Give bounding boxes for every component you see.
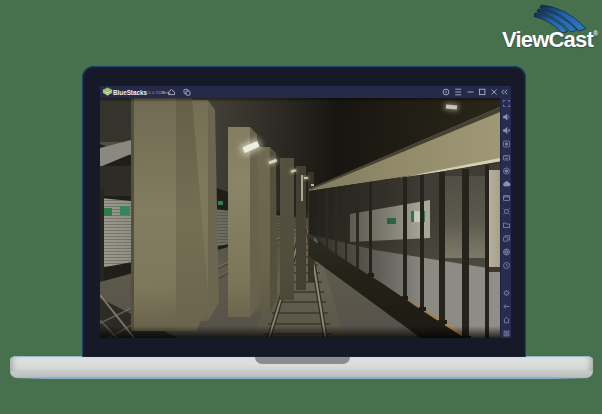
svg-text:BlueStacks: BlueStacks (113, 89, 147, 96)
